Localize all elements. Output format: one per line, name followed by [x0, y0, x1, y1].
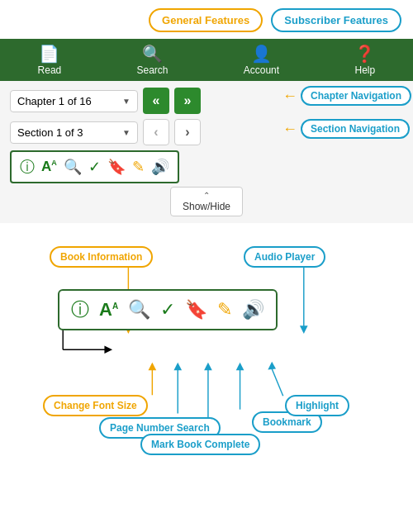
nav-read[interactable]: 📄 Read	[38, 45, 62, 76]
svg-marker-8	[173, 363, 182, 371]
svg-marker-12	[236, 363, 244, 371]
large-font-icon[interactable]: AA	[99, 299, 118, 321]
large-check-icon[interactable]: ✓	[160, 299, 175, 321]
book-information-label: Book Information	[50, 246, 153, 268]
complete-icon[interactable]: ✓	[88, 158, 101, 176]
general-features-button[interactable]: General Features	[149, 8, 263, 32]
section-dropdown[interactable]: Section 1 of 3 ▼	[10, 121, 138, 144]
large-bookmark-icon[interactable]: 🔖	[185, 299, 207, 321]
nav-account-label: Account	[244, 64, 279, 76]
svg-marker-6	[149, 363, 157, 371]
section-dropdown-text: Section 1 of 3	[17, 126, 83, 139]
nav-bar: 📄 Read 🔍 Search 👤 Account ❓ Help	[0, 39, 413, 81]
section-next-button[interactable]: ›	[174, 119, 201, 145]
toolbar-large: ⓘ AA 🔍 ✓ 🔖 ✎ 🔊	[58, 289, 278, 330]
read-icon: 📄	[39, 45, 59, 62]
nav-help-label: Help	[355, 64, 376, 76]
chapter-next-button[interactable]: »	[174, 88, 201, 114]
nav-help[interactable]: ❓ Help	[354, 45, 375, 76]
section-prev-button[interactable]: ‹	[143, 119, 169, 145]
help-icon: ❓	[354, 45, 375, 62]
page-search-icon[interactable]: 🔍	[64, 158, 82, 176]
account-icon: 👤	[251, 45, 272, 62]
chapter-dropdown[interactable]: Chapter 1 of 16 ▼	[10, 90, 138, 112]
chapter-navigation-label: Chapter Navigation	[301, 86, 411, 106]
svg-line-13	[272, 368, 283, 396]
chevron-up-icon: ⌃	[203, 191, 210, 200]
large-info-icon[interactable]: ⓘ	[71, 297, 89, 322]
top-buttons-area: General Features Subscriber Features	[0, 0, 413, 39]
large-search-icon[interactable]: 🔍	[128, 299, 150, 321]
subscriber-features-button[interactable]: Subscriber Features	[271, 8, 401, 32]
change-font-size-label: Change Font Size	[43, 395, 148, 416]
nav-read-label: Read	[38, 64, 62, 76]
section-navigation-label: Section Navigation	[301, 119, 410, 139]
controls-area: Chapter 1 of 16 ▼ « » ← Chapter Navigati…	[0, 81, 413, 223]
show-hide-button[interactable]: ⌃ Show/Hide	[170, 187, 243, 216]
audio-player-label: Audio Player	[244, 246, 325, 268]
chapter-prev-button[interactable]: «	[143, 88, 169, 114]
svg-marker-2	[104, 345, 112, 354]
toolbar-row: ⓘ AA 🔍 ✓ 🔖 ✎ 🔊	[10, 150, 403, 183]
diagram-area: Book Information Audio Player ⓘ AA 🔍 ✓ 🔖…	[0, 240, 413, 471]
bookmark-icon[interactable]: 🔖	[107, 158, 126, 176]
highlight-label: Highlight	[285, 395, 349, 416]
mark-book-complete-label: Mark Book Complete	[140, 434, 260, 455]
nav-search[interactable]: 🔍 Search	[137, 45, 169, 76]
nav-account[interactable]: 👤 Account	[244, 45, 279, 76]
toolbar: ⓘ AA 🔍 ✓ 🔖 ✎ 🔊	[10, 150, 179, 183]
large-highlight-icon[interactable]: ✎	[217, 299, 232, 321]
svg-marker-10	[204, 363, 212, 371]
info-icon[interactable]: ⓘ	[20, 157, 35, 177]
show-hide-area: ⌃ Show/Hide	[10, 187, 403, 216]
highlight-icon[interactable]: ✎	[132, 158, 145, 176]
svg-marker-14	[268, 362, 276, 370]
section-row: Section 1 of 3 ▼ ‹ › ← Section Navigatio…	[10, 119, 403, 145]
chapter-row: Chapter 1 of 16 ▼ « » ← Chapter Navigati…	[10, 88, 403, 114]
search-icon: 🔍	[142, 45, 163, 62]
section-dropdown-arrow: ▼	[122, 128, 131, 137]
font-size-icon[interactable]: AA	[41, 159, 57, 175]
chapter-dropdown-arrow: ▼	[122, 97, 131, 106]
show-hide-label: Show/Hide	[183, 201, 230, 212]
nav-search-label: Search	[137, 64, 169, 76]
chapter-dropdown-text: Chapter 1 of 16	[17, 95, 92, 107]
large-audio-icon[interactable]: 🔊	[242, 299, 264, 321]
audio-icon[interactable]: 🔊	[151, 158, 169, 176]
svg-marker-16	[300, 325, 308, 334]
